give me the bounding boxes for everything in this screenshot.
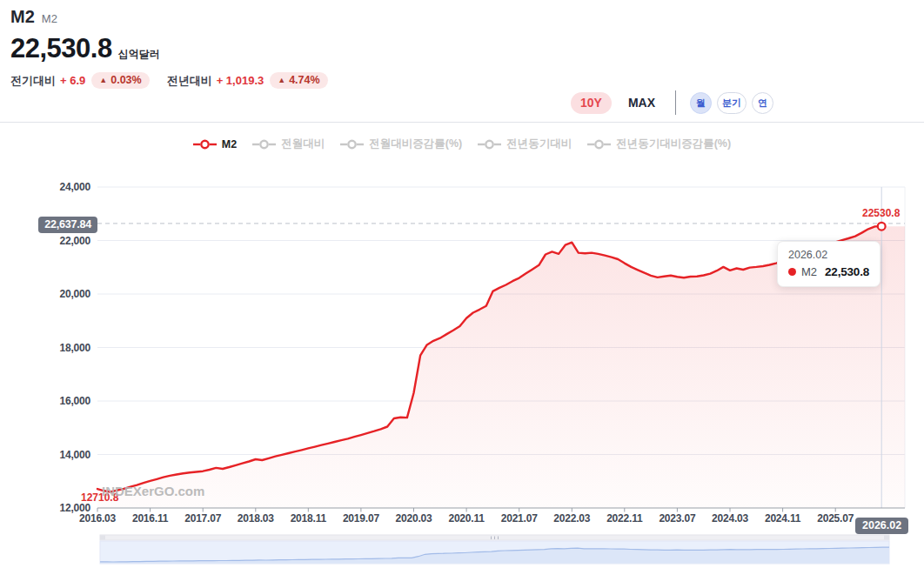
watermark: INDEXerGO.com [102,484,204,498]
tooltip-series-name: M2 [801,265,817,278]
y-axis-label: 20,000 [30,288,90,300]
y-axis-label: 16,000 [30,395,90,407]
x-axis-label: 2016.03 [70,512,125,525]
x-axis-label: 2022.11 [597,512,653,525]
y-axis-label: 24,000 [30,181,90,193]
x-axis-label: 2021.07 [492,512,547,525]
x-axis-label: 2018.11 [280,512,336,525]
x-axis-label: 2020.11 [439,512,494,525]
last-point-label: 22530.8 [862,207,900,219]
y-axis-current-badge: 22,637.84 [38,217,97,233]
x-axis-label: 2023.07 [649,512,705,525]
chart-area: 12,00014,00016,00018,00020,00022,00024,0… [0,0,924,568]
x-axis-current-badge: 2026.02 [855,518,908,534]
tooltip-date: 2026.02 [788,249,869,261]
m2-chart-page: { "header": { "title": "M2", "subtitle":… [0,0,924,568]
x-axis-label: 2024.11 [755,512,811,525]
x-axis-label: 2022.03 [544,512,599,525]
last-point-marker [878,223,886,231]
y-axis-label: 18,000 [30,342,90,354]
x-axis-label: 2018.03 [228,512,284,525]
tooltip-value: 22,530.8 [825,265,869,278]
series-dot-icon [788,268,796,276]
scrollbar-right-cap [884,536,889,540]
x-axis-label: 2019.07 [333,512,389,525]
x-axis-label: 2016.11 [123,512,178,525]
tooltip: 2026.02 M2 22,530.8 [777,241,880,287]
y-axis-label: 14,000 [30,449,90,461]
scrollbar-left-cap [100,536,105,540]
tooltip-row: M2 22,530.8 [788,265,869,278]
y-axis-label: 22,000 [30,235,90,247]
x-axis-label: 2024.03 [702,512,758,525]
x-axis-label: 2017.07 [175,512,231,525]
x-axis-label: 2020.03 [386,512,442,525]
